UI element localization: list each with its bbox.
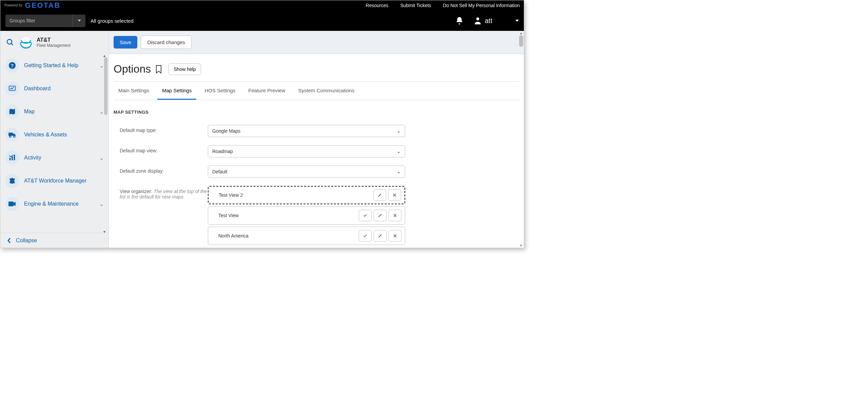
select-zone-display[interactable]: Default ⌄ xyxy=(208,166,405,178)
sidebar-item-engine[interactable]: Engine & Maintenance ⌄ xyxy=(0,192,108,215)
groups-filter-input[interactable] xyxy=(5,15,73,27)
tab-main-settings[interactable]: Main Settings xyxy=(114,82,154,100)
sidebar-item-activity[interactable]: Activity ⌄ xyxy=(0,146,108,169)
pencil-icon xyxy=(377,193,382,197)
search-icon xyxy=(6,38,14,46)
tab-hos-settings[interactable]: HOS Settings xyxy=(200,82,240,100)
activity-icon xyxy=(8,154,16,162)
svg-rect-11 xyxy=(9,158,11,160)
puzzle-icon xyxy=(8,177,16,185)
tab-row: Main Settings Map Settings HOS Settings … xyxy=(114,81,519,100)
check-icon xyxy=(363,213,368,217)
collapse-button[interactable]: Collapse xyxy=(0,233,108,248)
label-zone-display: Default zone display: xyxy=(114,166,208,178)
user-menu[interactable]: att xyxy=(473,16,519,25)
att-logo-icon xyxy=(20,37,32,49)
scroll-down-icon[interactable]: ▾ xyxy=(103,229,107,233)
view-name: Test View 2 xyxy=(219,192,243,198)
pencil-icon xyxy=(378,233,382,238)
bookmark-icon[interactable] xyxy=(155,65,162,74)
select-value: Google Maps xyxy=(212,128,240,134)
sidebar-scrollbar-thumb[interactable] xyxy=(104,57,107,115)
scroll-down-icon[interactable]: ▾ xyxy=(520,243,522,248)
map-icon xyxy=(8,108,16,115)
product-name: AT&T xyxy=(37,37,71,43)
scrollbar-thumb[interactable] xyxy=(519,35,523,47)
discard-button[interactable]: Discard changes xyxy=(141,36,192,49)
label-map-type: Default map type: xyxy=(114,125,208,137)
view-item[interactable]: Test View xyxy=(208,206,405,225)
groups-filter[interactable] xyxy=(5,15,85,27)
chevron-down-icon: ⌄ xyxy=(99,155,104,161)
caret-down-icon xyxy=(78,20,81,22)
link-privacy[interactable]: Do Not Sell My Personal Information xyxy=(443,3,520,8)
svg-rect-12 xyxy=(12,156,13,160)
edit-view-button[interactable] xyxy=(374,210,387,221)
search-button[interactable] xyxy=(5,37,15,48)
select-value: Default xyxy=(212,169,227,174)
svg-rect-7 xyxy=(9,86,15,91)
view-item[interactable]: Test View 2 xyxy=(208,186,405,204)
svg-point-9 xyxy=(9,136,11,137)
save-button[interactable]: Save xyxy=(114,36,137,49)
pencil-icon xyxy=(378,213,382,218)
sidebar-item-getting-started[interactable]: ? Getting Started & Help ⌄ xyxy=(0,54,108,77)
delete-view-button[interactable] xyxy=(389,230,401,242)
brand: Powered by GEOTAB xyxy=(4,1,60,10)
truck-icon xyxy=(8,131,16,138)
chevron-down-icon: ⌄ xyxy=(99,201,104,207)
sidebar-item-workforce[interactable]: AT&T Workforce Manager xyxy=(0,169,108,192)
label-map-view: Default map view: xyxy=(114,145,208,157)
chevron-down-icon: ⌄ xyxy=(397,128,401,134)
set-default-view-button[interactable] xyxy=(359,210,372,221)
sidebar: AT&T Fleet Management ▴ ? Getting Starte… xyxy=(0,31,109,248)
notifications-button[interactable] xyxy=(455,16,464,25)
sidebar-item-dashboard[interactable]: Dashboard xyxy=(0,77,108,100)
tab-feature-preview[interactable]: Feature Preview xyxy=(243,82,290,100)
sidebar-item-label: Getting Started & Help xyxy=(24,62,95,69)
scroll-up-icon[interactable]: ▴ xyxy=(520,31,522,35)
svg-point-1 xyxy=(7,39,12,44)
select-map-view[interactable]: Roadmap ⌄ xyxy=(208,145,405,157)
show-help-button[interactable]: Show help xyxy=(169,63,201,75)
edit-view-button[interactable] xyxy=(374,230,387,242)
svg-point-10 xyxy=(14,136,15,137)
svg-rect-14 xyxy=(8,202,14,206)
svg-point-0 xyxy=(476,17,479,20)
camera-icon xyxy=(8,201,16,207)
sidebar-item-vehicles[interactable]: Vehicles & Assets xyxy=(0,123,108,146)
dashboard-icon xyxy=(8,85,16,92)
delete-view-button[interactable] xyxy=(389,210,401,221)
sidebar-item-label: Map xyxy=(24,109,95,115)
chevron-down-icon: ⌄ xyxy=(99,109,104,115)
chevron-down-icon: ⌄ xyxy=(397,169,401,174)
scroll-up-icon[interactable]: ▴ xyxy=(103,54,107,57)
select-map-type[interactable]: Google Maps ⌄ xyxy=(208,125,405,137)
geotab-logo: GEOTAB xyxy=(25,1,60,10)
help-icon: ? xyxy=(8,62,16,69)
sidebar-item-label: Activity xyxy=(24,155,95,161)
view-item[interactable]: North America xyxy=(208,227,405,245)
chevron-down-icon: ⌄ xyxy=(397,149,401,154)
delete-view-button[interactable] xyxy=(388,189,401,201)
bell-icon xyxy=(455,16,464,25)
check-icon xyxy=(363,234,368,238)
collapse-label: Collapse xyxy=(16,238,37,244)
svg-line-2 xyxy=(11,43,13,45)
edit-view-button[interactable] xyxy=(373,189,386,201)
main-scrollbar[interactable]: ▴ ▾ xyxy=(519,31,523,248)
sidebar-item-label: Engine & Maintenance xyxy=(24,201,95,207)
tab-map-settings[interactable]: Map Settings xyxy=(157,82,197,100)
set-default-view-button[interactable] xyxy=(359,230,372,242)
link-resources[interactable]: Resources xyxy=(366,3,389,8)
groups-filter-caret[interactable] xyxy=(73,15,85,27)
link-tickets[interactable]: Submit Tickets xyxy=(400,3,431,8)
product-subtitle: Fleet Management xyxy=(37,43,71,48)
sidebar-item-label: Dashboard xyxy=(24,86,104,92)
sidebar-item-label: AT&T Workforce Manager xyxy=(24,178,104,184)
tab-system-communications[interactable]: System Communications xyxy=(294,82,359,100)
select-value: Roadmap xyxy=(212,149,233,154)
product-title: AT&T Fleet Management xyxy=(37,37,71,48)
user-name: att xyxy=(485,17,492,25)
sidebar-item-map[interactable]: Map ⌄ xyxy=(0,100,108,123)
